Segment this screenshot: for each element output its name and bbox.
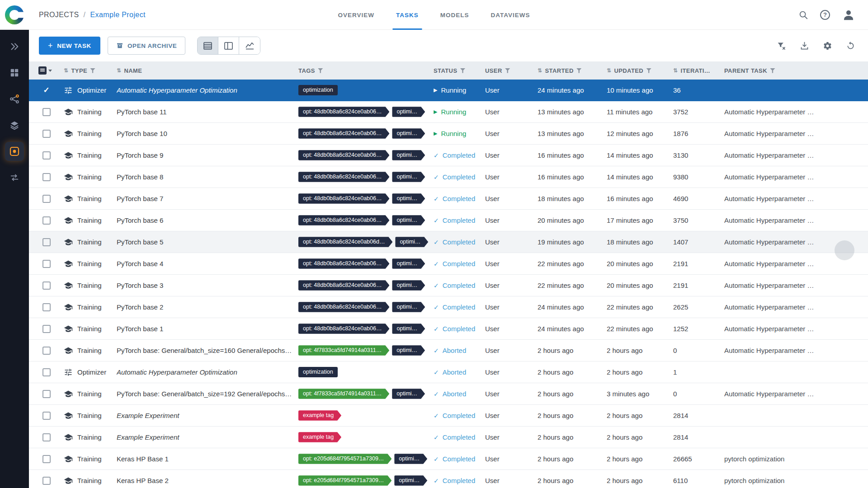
row-checkbox[interactable]	[42, 303, 51, 311]
row-checkbox[interactable]	[42, 368, 51, 376]
table-row[interactable]: Training PyTorch base: General/batch_siz…	[29, 383, 868, 405]
filter-icon[interactable]	[460, 68, 465, 73]
filter-icon[interactable]	[505, 68, 510, 73]
tab-overview[interactable]: OVERVIEW	[338, 0, 374, 30]
table-row[interactable]: Training PyTorch base 10 opt: 48db0b8a6c…	[29, 123, 868, 145]
sidebar-layers-icon[interactable]	[5, 116, 24, 135]
new-task-button[interactable]: + NEW TASK	[39, 37, 100, 55]
row-checkbox[interactable]	[42, 325, 51, 333]
user-avatar[interactable]	[842, 8, 855, 22]
row-checkbox[interactable]	[42, 347, 51, 355]
help-icon[interactable]: ?	[820, 10, 830, 20]
table-row[interactable]: Training PyTorch base 6 opt: 48db0b8a6c8…	[29, 210, 868, 231]
column-header-started[interactable]: ⇅STARTED	[538, 67, 607, 74]
task-parent[interactable]: Automatic Hyperparameter …	[724, 151, 868, 159]
table-row[interactable]: Training PyTorch base 8 opt: 48db0b8a6c8…	[29, 166, 868, 188]
sidebar-projects-active-icon[interactable]	[5, 142, 24, 161]
task-parent[interactable]: Automatic Hyperparameter …	[724, 390, 868, 398]
column-header-tags[interactable]: TAGS	[298, 67, 434, 74]
table-row[interactable]: Training PyTorch base 2 opt: 48db0b8a6c8…	[29, 296, 868, 318]
column-header-updated[interactable]: ⇅UPDATED	[607, 67, 673, 74]
task-name[interactable]: Automatic Hyperparameter Optimization	[117, 86, 298, 94]
row-checkbox[interactable]	[42, 477, 51, 485]
task-name[interactable]: PyTorch base 7	[117, 195, 298, 202]
search-icon[interactable]	[798, 10, 808, 20]
table-row[interactable]: Training Example Experiment example tag …	[29, 405, 868, 427]
open-archive-button[interactable]: OPEN ARCHIVE	[108, 37, 185, 55]
chevron-down-icon[interactable]	[48, 70, 52, 72]
row-checkbox[interactable]	[42, 390, 51, 398]
column-header-status[interactable]: STATUS	[434, 67, 485, 74]
task-name[interactable]: PyTorch base 1	[117, 325, 298, 333]
task-name[interactable]: PyTorch base 10	[117, 130, 298, 137]
table-row[interactable]: Training Example Experiment example tag …	[29, 427, 868, 448]
row-checkbox[interactable]	[42, 238, 51, 246]
task-name[interactable]: Automatic Hyperparameter Optimization	[117, 368, 298, 376]
task-parent[interactable]: Automatic Hyperparameter …	[724, 130, 868, 137]
table-row[interactable]: Training PyTorch base: General/batch_siz…	[29, 340, 868, 361]
task-parent[interactable]: pytorch optimization	[724, 477, 868, 484]
row-checkbox[interactable]	[42, 86, 51, 94]
sort-icon[interactable]: ⇅	[607, 67, 611, 74]
sort-icon[interactable]: ⇅	[538, 67, 542, 74]
table-row[interactable]: Training PyTorch base 1 opt: 48db0b8a6c8…	[29, 318, 868, 340]
column-header-type[interactable]: ⇅TYPE	[64, 67, 117, 74]
chart-view-icon[interactable]	[239, 37, 260, 54]
row-checkbox[interactable]	[42, 108, 51, 116]
task-name[interactable]: PyTorch base 8	[117, 173, 298, 181]
row-checkbox[interactable]	[42, 130, 51, 138]
task-parent[interactable]: pytorch optimization	[724, 455, 868, 463]
task-name[interactable]: PyTorch base 6	[117, 216, 298, 224]
task-name[interactable]: PyTorch base 4	[117, 260, 298, 267]
sort-icon[interactable]: ⇅	[64, 67, 68, 74]
column-header-iterati[interactable]: ⇅ITERATI…	[673, 67, 724, 74]
task-name[interactable]: Keras HP Base 1	[117, 455, 298, 463]
row-checkbox[interactable]	[42, 173, 51, 181]
filter-icon[interactable]	[318, 68, 323, 73]
table-row[interactable]: Training PyTorch base 7 opt: 48db0b8a6c8…	[29, 188, 868, 210]
sort-icon[interactable]: ⇅	[673, 67, 678, 74]
task-name[interactable]: PyTorch base 5	[117, 238, 298, 246]
task-name[interactable]: PyTorch base: General/batch_size=160 Gen…	[117, 347, 298, 354]
row-checkbox[interactable]	[42, 195, 51, 203]
task-name[interactable]: Keras HP Base 2	[117, 477, 298, 484]
row-checkbox[interactable]	[42, 151, 51, 160]
tab-tasks[interactable]: TASKS	[396, 0, 419, 30]
task-name[interactable]: Example Experiment	[117, 433, 298, 441]
task-parent[interactable]: Automatic Hyperparameter …	[724, 325, 868, 333]
task-name[interactable]: PyTorch base 2	[117, 303, 298, 311]
sidebar-datasets-icon[interactable]	[5, 63, 24, 82]
tab-models[interactable]: MODELS	[440, 0, 469, 30]
settings-icon[interactable]	[823, 41, 832, 51]
row-checkbox[interactable]	[42, 282, 51, 290]
table-view-icon[interactable]	[198, 37, 218, 54]
filter-icon[interactable]	[770, 68, 775, 73]
task-parent[interactable]: Automatic Hyperparameter …	[724, 216, 868, 224]
column-header-parent-task[interactable]: PARENT TASK	[724, 67, 868, 74]
row-checkbox[interactable]	[42, 412, 51, 420]
column-header-name[interactable]: ⇅NAME	[117, 67, 298, 74]
task-parent[interactable]: Automatic Hyperparameter …	[724, 173, 868, 181]
task-parent[interactable]: Automatic Hyperparameter …	[724, 347, 868, 354]
download-icon[interactable]	[800, 41, 809, 51]
sidebar-workers-queues-icon[interactable]	[5, 168, 24, 187]
breadcrumb-root[interactable]: PROJECTS	[39, 11, 79, 19]
table-row[interactable]: Training PyTorch base 4 opt: 48db0b8a6c8…	[29, 253, 868, 275]
task-name[interactable]: PyTorch base 11	[117, 108, 298, 116]
column-header-user[interactable]: USER	[485, 67, 538, 74]
task-name[interactable]: PyTorch base 3	[117, 282, 298, 289]
filter-icon[interactable]	[576, 68, 582, 73]
table-row[interactable]: Training PyTorch base 11 opt: 48db0b8a6c…	[29, 101, 868, 123]
table-row[interactable]: Training PyTorch base 3 opt: 48db0b8a6c8…	[29, 275, 868, 296]
row-checkbox[interactable]	[42, 455, 51, 463]
task-name[interactable]: PyTorch base: General/batch_size=192 Gen…	[117, 390, 298, 398]
breadcrumb-current[interactable]: Example Project	[90, 11, 146, 19]
task-name[interactable]: Example Experiment	[117, 412, 298, 419]
clearml-logo[interactable]	[5, 5, 24, 24]
select-all-checkbox-icon[interactable]	[38, 66, 47, 75]
sidebar-pipelines-icon[interactable]	[5, 89, 24, 108]
split-view-icon[interactable]	[218, 37, 239, 54]
task-name[interactable]: PyTorch base 9	[117, 151, 298, 159]
floating-action-indicator[interactable]	[835, 240, 854, 260]
row-checkbox[interactable]	[42, 216, 51, 225]
